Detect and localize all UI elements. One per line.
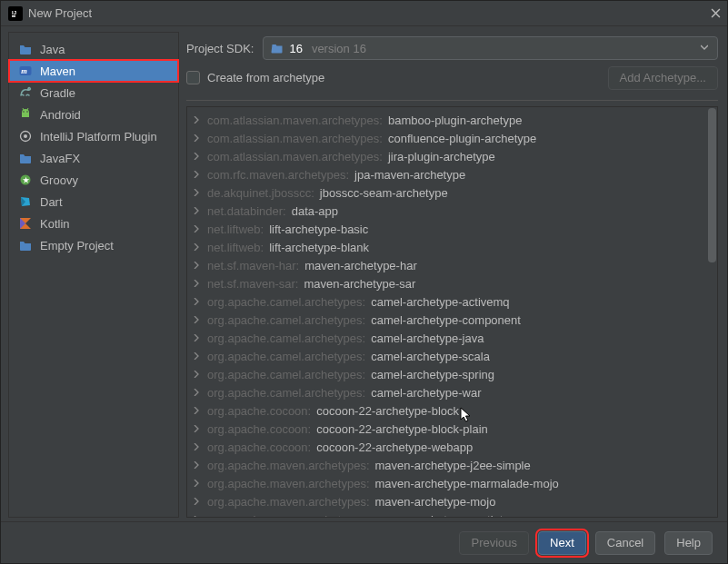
archetype-row[interactable]: com.atlassian.maven.archetypes:bamboo-pl…	[187, 111, 717, 129]
chevron-right-icon	[193, 407, 202, 414]
chevron-right-icon	[193, 243, 202, 251]
archetype-row[interactable]: org.apache.maven.archetypes:maven-archet…	[187, 456, 717, 474]
project-sdk-label: Project SDK:	[186, 42, 254, 55]
sidebar-item-intellij-platform-plugin[interactable]: IntelliJ Platform Plugin	[9, 125, 178, 147]
tree-scrollbar[interactable]	[707, 108, 716, 516]
archetype-name: confluence-plugin-archetype	[388, 132, 536, 145]
archetype-name: data-app	[292, 204, 338, 218]
archetype-row[interactable]: org.apache.camel.archetypes:camel-archet…	[187, 329, 717, 347]
maven-icon: m	[18, 64, 33, 78]
archetype-row[interactable]: org.apache.maven.archetypes:maven-archet…	[187, 510, 717, 517]
archetype-row[interactable]: de.akquinet.jbosscc:jbosscc-seam-archety…	[187, 183, 717, 202]
dialog-footer: Previous Next Cancel Help	[1, 521, 727, 563]
add-archetype-button[interactable]: Add Archetype...	[608, 66, 718, 90]
archetype-row[interactable]: org.apache.camel.archetypes:camel-archet…	[187, 365, 717, 383]
folder-blue-icon	[18, 151, 33, 165]
chevron-right-icon	[193, 498, 202, 505]
svg-text:m: m	[21, 66, 27, 75]
archetype-name: maven-archetype-mojo	[375, 495, 496, 509]
svg-point-6	[26, 111, 28, 113]
titlebar: IJ New Project	[1, 1, 727, 26]
archetype-prefix: org.apache.camel.archetypes:	[207, 368, 365, 381]
cancel-button[interactable]: Cancel	[595, 531, 655, 555]
svg-text:IJ: IJ	[12, 9, 16, 15]
folder-blue-icon	[18, 238, 33, 252]
archetype-prefix: org.apache.camel.archetypes:	[207, 313, 365, 327]
chevron-right-icon	[193, 443, 202, 450]
svg-text:★: ★	[23, 176, 30, 184]
chevron-right-icon	[193, 207, 202, 214]
archetype-row[interactable]: net.sf.maven-sar:maven-archetype-sar	[187, 274, 717, 292]
archetype-row[interactable]: org.apache.maven.archetypes:maven-archet…	[187, 492, 717, 510]
create-from-archetype-checkbox[interactable]	[186, 71, 200, 84]
sidebar-item-groovy[interactable]: ★Groovy	[9, 169, 178, 191]
archetype-row[interactable]: com.atlassian.maven.archetypes:confluenc…	[187, 129, 717, 147]
archetype-prefix: net.databinder:	[207, 204, 286, 218]
sidebar-item-android[interactable]: Android	[9, 104, 178, 125]
archetype-prefix: com.atlassian.maven.archetypes:	[207, 114, 383, 127]
archetype-prefix: org.apache.cocoon:	[207, 440, 311, 454]
archetype-prefix: net.sf.maven-sar:	[207, 277, 298, 291]
archetype-row[interactable]: org.apache.cocoon:cocoon-22-archetype-we…	[187, 438, 717, 456]
archetype-name: maven-archetype-sar	[304, 277, 415, 291]
project-sdk-dropdown[interactable]: 16 version 16	[263, 36, 718, 60]
gradle-icon	[18, 85, 33, 100]
chevron-right-icon	[193, 352, 202, 360]
kotlin-icon	[18, 216, 33, 231]
archetype-prefix: com.rfc.maven.archetypes:	[207, 168, 349, 182]
chevron-right-icon	[193, 371, 202, 378]
archetype-row[interactable]: net.sf.maven-har:maven-archetype-har	[187, 256, 717, 274]
sidebar-item-label: Empty Project	[40, 239, 114, 252]
archetype-row[interactable]: net.liftweb:lift-archetype-basic	[187, 220, 717, 238]
dart-icon	[18, 194, 33, 209]
sidebar-item-label: Dart	[40, 195, 63, 209]
archetype-row[interactable]: net.liftweb:lift-archetype-blank	[187, 238, 717, 256]
archetype-row[interactable]: com.atlassian.maven.archetypes:jira-plug…	[187, 147, 717, 165]
help-button[interactable]: Help	[664, 531, 713, 555]
archetype-row[interactable]: org.apache.camel.archetypes:camel-archet…	[187, 292, 717, 311]
archetype-prefix: de.akquinet.jbosscc:	[207, 186, 314, 200]
archetype-row[interactable]: org.apache.camel.archetypes:camel-archet…	[187, 347, 717, 365]
archetype-row[interactable]: org.apache.camel.archetypes:camel-archet…	[187, 383, 717, 401]
next-button[interactable]: Next	[538, 531, 586, 555]
archetype-name: camel-archetype-java	[371, 331, 484, 345]
sidebar-item-kotlin[interactable]: Kotlin	[9, 213, 178, 234]
project-type-sidebar: JavamMavenGradleAndroidIntelliJ Platform…	[8, 32, 179, 518]
archetype-name: camel-archetype-component	[371, 313, 521, 327]
archetype-row[interactable]: org.apache.cocoon:cocoon-22-archetype-bl…	[187, 401, 717, 420]
svg-line-7	[23, 108, 24, 110]
sidebar-item-gradle[interactable]: Gradle	[9, 82, 178, 104]
folder-blue-icon	[18, 42, 33, 56]
archetype-tree[interactable]: com.atlassian.maven.archetypes:bamboo-pl…	[187, 107, 717, 517]
archetype-row[interactable]: org.apache.cocoon:cocoon-22-archetype-bl…	[187, 420, 717, 438]
sidebar-item-maven[interactable]: mMaven	[9, 60, 178, 82]
create-from-archetype-row: Create from archetype Add Archetype...	[186, 64, 718, 101]
tree-scrollbar-thumb[interactable]	[708, 108, 716, 262]
archetype-name: camel-archetype-scala	[371, 350, 490, 363]
archetype-row[interactable]: org.apache.camel.archetypes:camel-archet…	[187, 311, 717, 329]
close-icon[interactable]	[709, 7, 722, 20]
archetype-name: cocoon-22-archetype-block	[316, 404, 459, 418]
archetype-row[interactable]: org.apache.maven.archetypes:maven-archet…	[187, 474, 717, 492]
sidebar-item-java[interactable]: Java	[9, 38, 178, 60]
previous-button[interactable]: Previous	[459, 531, 529, 555]
sidebar-item-label: Groovy	[40, 173, 78, 187]
groovy-icon: ★	[18, 173, 33, 187]
sdk-value: 16	[289, 42, 302, 55]
sidebar-item-dart[interactable]: Dart	[9, 191, 178, 213]
sidebar-item-label: JavaFX	[40, 152, 80, 165]
archetype-row[interactable]: com.rfc.maven.archetypes:jpa-maven-arche…	[187, 165, 717, 183]
chevron-right-icon	[193, 461, 202, 469]
sidebar-item-javafx[interactable]: JavaFX	[9, 147, 178, 169]
archetype-prefix: org.apache.camel.archetypes:	[207, 350, 365, 363]
archetype-name: lift-archetype-blank	[269, 241, 369, 254]
archetype-prefix: org.apache.camel.archetypes:	[207, 295, 365, 309]
archetype-name: maven-archetype-har	[304, 259, 417, 272]
archetype-row[interactable]: net.databinder:data-app	[187, 202, 717, 220]
sidebar-item-empty-project[interactable]: Empty Project	[9, 234, 178, 256]
archetype-name: cocoon-22-archetype-webapp	[316, 440, 473, 454]
archetype-prefix: org.apache.maven.archetypes:	[207, 495, 370, 509]
svg-point-10	[24, 134, 27, 138]
sdk-folder-icon	[271, 42, 284, 54]
svg-rect-1	[12, 15, 15, 17]
